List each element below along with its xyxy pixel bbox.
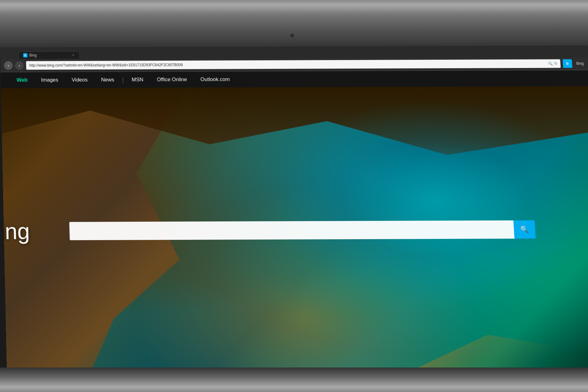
address-bar[interactable]: http://www.bing.com/?setmkt=en-WW&setlan… (26, 59, 561, 70)
tab-close-button[interactable]: × (71, 53, 75, 57)
tab-favicon: b (23, 53, 27, 58)
webcam (290, 34, 294, 37)
laptop-bezel-bottom (0, 368, 588, 392)
nav-msn[interactable]: MSN (125, 72, 150, 88)
address-bar-row: ‹ › http://www.bing.com/?setmkt=en-WW&se… (0, 57, 588, 72)
nav-web[interactable]: Web (10, 72, 35, 88)
browser-chrome: b Bing × ‹ › http://www.bing.com/?setmkt… (0, 45, 588, 72)
search-button[interactable]: 🔍 (513, 220, 536, 239)
search-icon: 🔍 (548, 62, 553, 66)
bing-main-content: Bing 🔍 (1, 86, 588, 378)
laptop-bezel-top (0, 0, 588, 47)
forward-button[interactable]: › (15, 61, 24, 70)
screen: b Bing × ‹ › http://www.bing.com/?setmkt… (0, 45, 588, 392)
nav-outlook[interactable]: Outlook.com (194, 71, 237, 88)
url-text: http://www.bing.com/?setmkt=en-WW&setlan… (29, 62, 548, 68)
search-area: Bing 🔍 (69, 220, 536, 240)
nav-separator: | (121, 76, 125, 83)
nav-images[interactable]: Images (34, 72, 65, 88)
tab-bar: b Bing × (0, 45, 588, 59)
nav-videos[interactable]: Videos (65, 72, 94, 88)
back-button[interactable]: ‹ (4, 61, 13, 70)
search-input[interactable] (69, 221, 514, 240)
bing-nav-bar: Web Images Videos News | MSN Office Onli… (1, 70, 588, 88)
address-bar-icons: 🔍 ↻ (548, 62, 557, 66)
bing-tab-label: Bing (574, 61, 586, 66)
browser-tab[interactable]: b Bing × (18, 51, 80, 59)
bing-logo-text: Bing (1, 220, 30, 243)
search-button-icon: 🔍 (520, 225, 529, 234)
nav-office-online[interactable]: Office Online (150, 72, 194, 88)
tab-label: Bing (29, 53, 36, 58)
refresh-icon[interactable]: ↻ (554, 62, 557, 66)
bing-logo: Bing (1, 220, 30, 243)
nav-news[interactable]: News (94, 72, 121, 88)
bing-favicon: b (563, 59, 572, 68)
search-box-row: 🔍 (69, 220, 536, 240)
